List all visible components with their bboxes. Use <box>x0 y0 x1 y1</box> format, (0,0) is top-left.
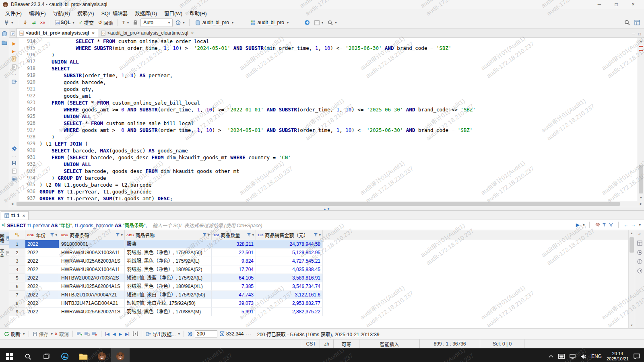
perspective-icon[interactable] <box>633 19 642 26</box>
database-navigator-icon[interactable] <box>2 31 7 37</box>
table-cell[interactable]: 2,882,375.22 <box>256 308 323 316</box>
internet-explorer-icon[interactable]: e <box>56 348 74 362</box>
table-cell[interactable]: 短袖T恤, 米白（净色）, 175/92A(50) <box>125 291 212 299</box>
open-file-icon[interactable] <box>12 169 17 174</box>
table-row[interactable]: 92022HWRAW4U025A62002A1S羽绒服, 黑色（净色）, 170… <box>9 308 628 316</box>
table-cell[interactable]: 羽绒服, 黑色（净色）, 170/88A(M) <box>125 308 212 316</box>
code-line[interactable]: 937ORDER BY t1.perYear, SUM(t1.goods_amt… <box>19 195 638 201</box>
row-number[interactable]: 9 <box>9 308 25 316</box>
maximize-button[interactable]: □ <box>608 2 625 7</box>
first-row-button[interactable]: |◀ <box>105 332 109 336</box>
row-number[interactable]: 1 <box>9 240 25 249</box>
code-line[interactable]: 932 UNION ALL <box>19 161 638 168</box>
scrollbar-thumb[interactable] <box>630 237 634 253</box>
clear-filter-eraser-icon[interactable] <box>594 223 600 227</box>
menu-item[interactable]: SQL 编辑器 <box>98 8 132 18</box>
row-number[interactable]: 7 <box>9 291 25 299</box>
table-cell[interactable]: HWRAW4U025A62003A1S <box>59 257 125 265</box>
table-cell[interactable]: 24,378,944.58 <box>256 240 323 249</box>
table-cell[interactable]: 服装 <box>125 240 212 249</box>
collapse-up-icon[interactable]: ▲ <box>324 208 326 210</box>
menu-item[interactable]: 编辑(E) <box>25 8 50 18</box>
apply-filter-play-icon[interactable]: ▶ <box>576 222 580 228</box>
column-filter-icon[interactable]: ▾ <box>50 233 57 237</box>
column-filter-icon[interactable]: ▾ <box>203 233 210 237</box>
column-header-商品销售金额（元）[interactable]: 123商品销售金额（元）▾ <box>256 230 323 240</box>
close-tab-icon[interactable]: × <box>92 31 94 35</box>
menu-item[interactable]: 数据库(D) <box>131 8 161 18</box>
code-line[interactable]: 929) t1 LEFT JOIN ( <box>19 140 638 147</box>
custom-filter-icon[interactable] <box>609 223 613 227</box>
code-line[interactable]: 922 goods_amt <box>19 93 638 99</box>
table-cell[interactable]: 9918000001 <box>59 240 125 249</box>
table-cell[interactable]: 2022 <box>25 308 59 316</box>
table-cell[interactable]: HNTBJ2U100AA0004A21 <box>59 291 125 299</box>
column-header-商品条码[interactable]: ABC商品条码▾ <box>59 230 125 240</box>
dropdown-icon[interactable]: ▾ <box>23 332 25 336</box>
dropdown-icon[interactable]: ▾ <box>583 223 585 227</box>
search-data-button[interactable]: ▾ <box>326 19 339 26</box>
code-line[interactable]: 924 WHERE goods_amt >= 0 AND SUBSTR(orde… <box>19 106 638 113</box>
editor-list-icon[interactable] <box>10 31 15 36</box>
sql-editor[interactable]: 914 SELECT * FROM custom_online_sale_ord… <box>19 38 638 201</box>
execute-sql-icon[interactable]: ▶ <box>12 41 16 46</box>
goto-row-button[interactable] <box>133 331 138 336</box>
maximize-editor-icon[interactable]: □ <box>638 32 641 36</box>
refresh-button[interactable]: 刷新 ▾ <box>4 331 25 337</box>
code-line[interactable]: 923 FROM (SELECT * FROM custom_online_sa… <box>19 99 638 106</box>
column-filter-icon[interactable]: ▾ <box>247 233 254 237</box>
code-line[interactable]: 925 UNION ALL <box>19 113 638 120</box>
filter-history-forward-icon[interactable]: → <box>631 222 636 228</box>
database-select[interactable]: audit_bi_pro ▾ <box>192 19 246 27</box>
menu-item[interactable]: 帮助(H) <box>186 8 210 18</box>
table-row[interactable]: 82022HNTBJ2U471AGD004A21短袖T恤, 米白花纹, 175/… <box>9 299 628 308</box>
row-count-button[interactable]: 832,344 <box>219 331 244 337</box>
export-data-button[interactable]: 导出数据... ▾ <box>146 331 180 337</box>
table-cell[interactable]: 22,501 <box>212 249 256 257</box>
row-number[interactable]: 2 <box>9 249 25 257</box>
references-panel-icon[interactable] <box>637 268 642 274</box>
table-cell[interactable]: 2022 <box>25 291 59 299</box>
new-sql-editor-button[interactable]: SQL SQL ▾ <box>53 19 76 26</box>
scroll-up-icon[interactable]: ▲ <box>638 38 644 44</box>
minimize-editor-icon[interactable]: ─ <box>632 32 635 36</box>
scroll-up-icon[interactable]: ▲ <box>629 230 635 236</box>
notification-center-icon[interactable] <box>634 354 640 359</box>
filter-input[interactable]: 输入一个 SQL 表达式来过滤结果 (使用 Ctrl+Space) <box>153 222 573 228</box>
table-cell[interactable]: 羽绒服, 黑色（净色）, 180/96A(52) <box>125 265 212 274</box>
export-result-icon[interactable] <box>12 79 17 84</box>
dbeaver-taskbar-icon[interactable] <box>93 348 111 362</box>
row-header-cell[interactable] <box>9 230 25 240</box>
code-line[interactable]: 926 SELECT * FROM custom_online_sale_bil… <box>19 120 638 127</box>
table-cell[interactable]: 羽绒服, 黑色（净色）, 175/92A(L) <box>125 257 212 265</box>
table-row[interactable]: 42022HWRAW4U800AX1004A11羽绒服, 黑色（净色）, 180… <box>9 265 628 274</box>
delete-row-icon[interactable] <box>92 331 97 336</box>
rollback-button[interactable]: ↺ 回滚 <box>97 19 115 27</box>
explain-plan-icon[interactable] <box>12 64 17 70</box>
table-cell[interactable]: 2022 <box>25 257 59 265</box>
execute-script-icon[interactable] <box>12 56 17 62</box>
table-cell[interactable]: 3,589,816.91 <box>256 274 323 282</box>
language-indicator[interactable]: ENG <box>591 354 602 359</box>
table-cell[interactable]: 2,953,682.77 <box>256 299 323 308</box>
add-row-icon[interactable] <box>76 331 82 336</box>
scroll-left-icon[interactable]: ◀ <box>9 201 15 207</box>
autocommit-select[interactable]: Auto ▾ <box>140 19 173 27</box>
dropdown-icon[interactable]: ▾ <box>178 332 180 336</box>
table-cell[interactable]: 2022 <box>25 282 59 291</box>
table-cell[interactable]: 17,704 <box>212 265 256 274</box>
dropdown-icon[interactable]: ▾ <box>639 223 641 227</box>
database-tasks-icon[interactable] <box>303 19 312 26</box>
cancel-button[interactable]: × 取消 <box>55 331 69 337</box>
settings-gear-icon[interactable] <box>12 146 17 151</box>
scroll-down-icon[interactable]: ▼ <box>629 322 635 328</box>
menu-item[interactable]: 窗口(W) <box>161 8 186 18</box>
start-button[interactable] <box>0 348 19 362</box>
table-cell[interactable]: HWRAW4U025A62002A1S <box>59 308 125 316</box>
table-cell[interactable]: 5,991 <box>212 308 256 316</box>
close-button[interactable]: × <box>625 2 642 7</box>
table-cell[interactable]: 短袖T恤, 浅蓝（净色）, 175/92A(L) <box>125 274 212 282</box>
projects-view-icon[interactable] <box>2 40 7 45</box>
table-row[interactable]: 72022HNTBJ2U100AA0004A21短袖T恤, 米白（净色）, 17… <box>9 291 628 299</box>
minimize-button[interactable]: ─ <box>591 2 608 7</box>
